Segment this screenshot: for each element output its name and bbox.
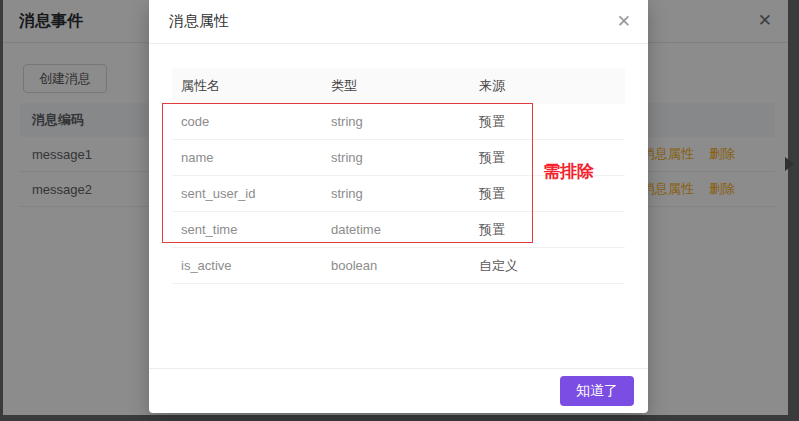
modal-header: 消息属性 ✕ [149,0,648,44]
modal-title: 消息属性 [169,12,229,31]
property-name: code [172,114,322,129]
modal-footer: 知道了 [149,368,648,413]
property-type: string [322,150,470,165]
property-name: name [172,150,322,165]
property-source: 预置 [470,221,625,239]
column-header-type: 类型 [322,77,470,95]
message-properties-modal: 消息属性 ✕ 属性名 类型 来源 code string 预置 name str… [149,0,648,413]
property-source: 自定义 [470,257,625,275]
property-type: string [322,186,470,201]
close-icon[interactable]: ✕ [617,13,631,30]
column-header-source: 来源 [470,77,625,95]
property-type: boolean [322,258,470,273]
table-row: is_active boolean 自定义 [172,248,625,284]
table-row: code string 预置 [172,104,625,140]
annotation-label: 需排除 [543,160,594,183]
property-source: 预置 [470,185,625,203]
property-source: 预置 [470,113,625,131]
property-type: datetime [322,222,470,237]
properties-table-header: 属性名 类型 来源 [172,68,625,104]
confirm-button[interactable]: 知道了 [560,376,634,406]
screen: 消息事件 ✕ 创建消息 消息编码 message1 消息属性 删除 messag… [0,0,799,421]
column-header-name: 属性名 [172,77,322,95]
property-name: is_active [172,258,322,273]
property-name: sent_time [172,222,322,237]
property-name: sent_user_id [172,186,322,201]
table-row: sent_time datetime 预置 [172,212,625,248]
property-type: string [322,114,470,129]
